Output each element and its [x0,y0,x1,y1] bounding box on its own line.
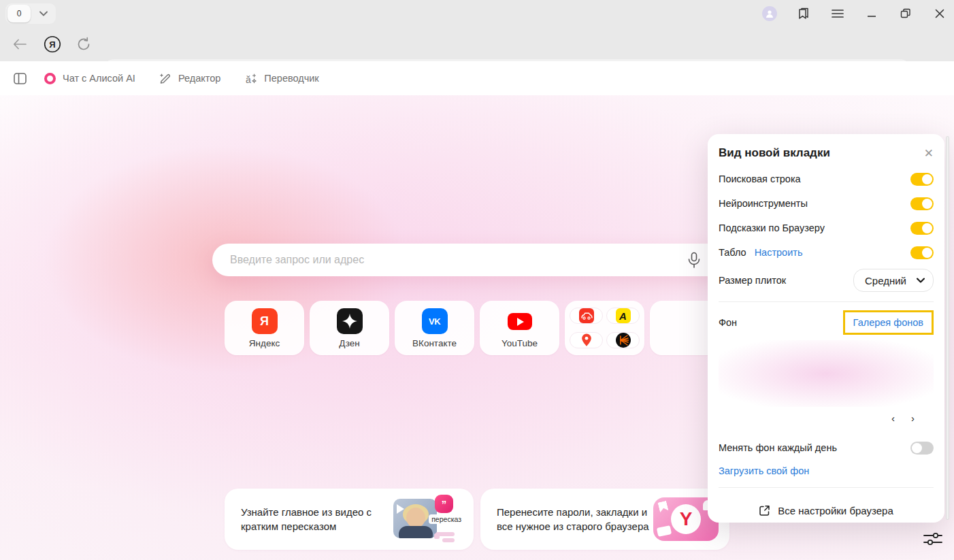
play-icon [397,504,404,514]
promo-text: Перенесите пароли, закладки и все нужное… [480,505,649,533]
tile-dzen[interactable]: Дзен [310,301,389,355]
all-settings-button[interactable]: Все настройки браузера [719,493,934,527]
next-background-icon[interactable]: › [911,412,915,424]
setting-row-search-bar: Поисковая строка [719,167,934,191]
setting-label: Поисковая строка [719,174,801,184]
promo-text: Узнайте главное из видео с кратким перес… [225,505,393,533]
mini-tile-avito[interactable]: A [606,308,640,324]
sidebar-toggle-icon[interactable] [14,73,27,84]
setting-label: Подсказки по Браузеру [719,223,825,233]
alice-icon [44,73,56,84]
dzen-tile-icon [337,308,363,334]
shortcut-tiles: Я Яндекс Дзен VK ВКонтакте YouTube [225,301,729,355]
yandex-logo-icon[interactable]: Я [42,35,63,53]
mini-tile-maps[interactable] [570,332,603,348]
bookmark-editor[interactable]: Редактор [159,72,220,85]
setting-row-daily-background: Менять фон каждый день [719,435,934,460]
setting-label: Фон [719,317,737,328]
menu-icon[interactable] [830,6,845,21]
background-preview[interactable] [719,340,934,407]
panel-scrollbar[interactable] [946,136,949,520]
page-settings-icon[interactable] [923,529,943,548]
search-input[interactable] [212,254,739,266]
back-button[interactable] [10,39,30,50]
tile-label: Дзен [339,338,360,348]
neuro-tools-toggle[interactable] [910,197,934,210]
bookmark-alice-chat[interactable]: Чат с Алисой AI [44,73,135,84]
setting-row-browser-tips: Подсказки по Браузеру [719,216,934,240]
youtube-tile-icon [508,313,532,330]
browser-tips-toggle[interactable] [910,222,934,235]
vk-tile-icon: VK [422,308,448,334]
search-box [212,244,739,276]
tab-label: 0 [17,9,22,18]
tab-group: 0 [5,3,56,24]
pencil-icon [159,72,171,85]
setting-row-background: Фон Галерея фонов [719,308,934,337]
search-bar-toggle[interactable] [910,173,934,186]
tile-yandex[interactable]: Я Яндекс [225,301,304,355]
svg-text:Я: Я [49,39,55,50]
active-tab[interactable]: 0 [7,5,31,22]
kinopoisk-icon [616,333,631,348]
title-bar: 0 [0,0,954,27]
new-tab-settings-panel: Вид новой вкладки ✕ Поисковая строка Ней… [708,134,944,523]
tile-label: ВКонтакте [412,338,457,348]
tile-youtube[interactable]: YouTube [480,301,559,355]
promo-card-import[interactable]: Перенесите пароли, закладки и все нужное… [480,489,729,550]
mini-tile-kinopoisk[interactable] [606,332,640,348]
bookmark-shape-icon [657,501,668,513]
setting-row-neuro-tools: Нейроинструменты [719,191,934,216]
card-shape-icon [657,525,672,537]
quote-badge-icon: ” [435,495,453,513]
bookmark-label: Редактор [178,73,220,84]
tile-label: Яндекс [249,338,280,348]
setting-row-tablo: Табло Настроить [719,240,934,265]
tile-label: YouTube [501,338,538,348]
setting-label: Размер плиток [719,275,786,286]
restore-button[interactable] [898,6,913,21]
yandex-tile-icon: Я [252,308,278,334]
tablo-configure-link[interactable]: Настроить [755,247,803,258]
gallery-highlight-box: Галерея фонов [843,310,934,335]
prev-background-icon[interactable]: ‹ [891,412,895,424]
background-gallery-link[interactable]: Галерея фонов [853,317,923,328]
promo-card-video-summary[interactable]: Узнайте главное из видео с кратким перес… [225,489,474,550]
refresh-icon[interactable] [73,37,94,52]
profile-avatar[interactable] [762,6,777,21]
mini-tile-auto[interactable] [570,308,603,324]
bookmarks-panel-icon[interactable] [796,6,811,21]
tile-size-select[interactable]: Средний [853,269,934,292]
tablo-toggle[interactable] [910,246,934,259]
maps-pin-icon [579,333,594,348]
close-button[interactable] [932,6,947,21]
yandex-browser-logo-icon: Y [671,504,701,534]
video-summary-illustration: ” пересказ [393,497,464,542]
setting-label: Нейроинструменты [719,198,808,209]
bookmark-translator[interactable]: ă Переводчик [244,72,318,85]
svg-text:ă: ă [246,74,251,85]
new-tab-page: Я Яндекс Дзен VK ВКонтакте YouTube [0,95,954,560]
all-settings-label: Все настройки браузера [778,505,893,516]
auto-ru-icon [579,308,594,323]
minimize-button[interactable] [864,6,879,21]
microphone-icon[interactable] [687,252,702,269]
daily-background-toggle[interactable] [910,442,934,455]
tab-list-chevron-icon[interactable] [31,11,56,16]
setting-label: Менять фон каждый день [719,442,837,453]
panel-title: Вид новой вкладки [719,146,830,160]
pereskaz-label: пересказ [429,514,464,524]
panel-close-icon[interactable]: ✕ [924,146,934,161]
bookmark-label: Переводчик [264,73,318,84]
chevron-down-icon [917,278,925,283]
upload-background-link[interactable]: Загрузить свой фон [719,465,809,476]
toolbar: Я [0,27,954,61]
setting-row-tile-size: Размер плиток Средний [719,265,934,296]
tile-size-value: Средний [865,275,906,286]
setting-label: Табло [719,247,746,258]
tile-vkontakte[interactable]: VK ВКонтакте [395,301,474,355]
external-link-icon [759,505,770,516]
translator-icon: ă [244,72,257,85]
tile-group[interactable]: A [565,301,644,355]
bookmarks-bar: Чат с Алисой AI Редактор ă Переводчик [0,61,954,95]
